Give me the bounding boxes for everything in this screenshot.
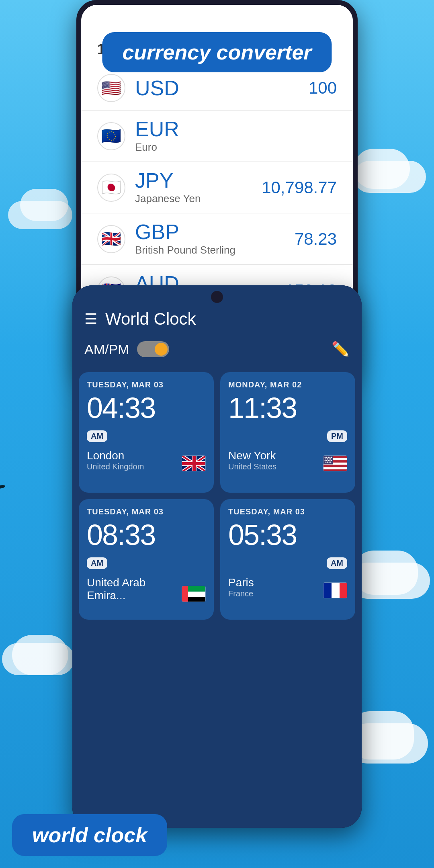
flag-usd: 🇺🇸 <box>97 74 125 102</box>
svg-rect-37 <box>188 592 206 597</box>
paris-city: Paris <box>228 576 254 589</box>
london-country: United Kingdom <box>87 462 144 471</box>
svg-point-28 <box>328 460 329 461</box>
uae-city-row: United Arab Emira... <box>87 576 206 602</box>
svg-rect-36 <box>188 586 206 592</box>
svg-rect-39 <box>323 583 332 598</box>
svg-point-22 <box>326 459 327 460</box>
london-flag <box>182 455 206 471</box>
newyork-country: United States <box>228 462 276 471</box>
uae-city: United Arab Emira... <box>87 576 182 602</box>
flag-gbp: 🇬🇧 <box>97 225 125 253</box>
world-clock-badge: world clock <box>12 814 167 856</box>
svg-point-20 <box>330 457 331 458</box>
uae-location: United Arab Emira... <box>87 576 182 602</box>
currency-value-gbp: 78.23 <box>295 229 337 249</box>
clock-card-paris[interactable]: TUESDAY, MAR 03 05:33 AM Paris France <box>220 499 355 620</box>
svg-point-34 <box>330 462 332 463</box>
london-date: TUESDAY, MAR 03 <box>87 380 206 389</box>
uae-date: TUESDAY, MAR 03 <box>87 507 206 516</box>
hamburger-menu-icon[interactable]: ☰ <box>84 311 97 328</box>
clock-card-london[interactable]: TUESDAY, MAR 03 04:33 AM London United K… <box>79 372 214 493</box>
clock-card-newyork[interactable]: MONDAY, MAR 02 11:33 PM New York United … <box>220 372 355 493</box>
svg-point-17 <box>325 457 326 458</box>
svg-point-26 <box>325 460 326 461</box>
uae-ampm: AM <box>87 557 107 569</box>
newyork-date: MONDAY, MAR 02 <box>228 380 347 389</box>
svg-point-31 <box>326 462 327 463</box>
svg-rect-15 <box>323 469 347 471</box>
currency-name-gbp: British Pound Sterling <box>135 244 295 256</box>
svg-rect-35 <box>182 586 188 602</box>
currency-code-usd: USD <box>135 78 309 98</box>
phone-notch <box>211 291 223 303</box>
london-city-row: London United Kingdom <box>87 449 206 471</box>
ampm-label: AM/PM <box>84 342 129 357</box>
currency-code-eur: EUR <box>135 119 337 139</box>
newyork-time: 11:33 <box>228 393 347 422</box>
svg-point-23 <box>327 459 328 460</box>
uae-flag <box>182 586 206 602</box>
currency-row-gbp[interactable]: 🇬🇧 GBP British Pound Sterling 78.23 <box>81 213 353 265</box>
ampm-toggle-container[interactable] <box>137 341 169 357</box>
svg-point-27 <box>326 460 328 461</box>
currency-code-gbp: GBP <box>135 221 295 242</box>
svg-rect-40 <box>332 583 340 598</box>
currency-info-gbp: GBP British Pound Sterling <box>135 221 295 256</box>
svg-rect-8 <box>192 456 196 471</box>
paris-time: 05:33 <box>228 520 347 549</box>
currency-value-usd: 100 <box>309 78 337 98</box>
svg-point-29 <box>330 460 331 461</box>
london-location: London United Kingdom <box>87 449 144 471</box>
clock-card-uae[interactable]: TUESDAY, MAR 03 08:33 AM United Arab Emi… <box>79 499 214 620</box>
currency-info-usd: USD <box>135 78 309 98</box>
currency-converter-badge: currency converter <box>102 32 332 72</box>
clock-grid: TUESDAY, MAR 03 04:33 AM London United K… <box>72 366 362 626</box>
paris-country: France <box>228 589 254 598</box>
uae-time: 08:33 <box>87 520 206 549</box>
newyork-ampm: PM <box>327 430 347 442</box>
edit-icon[interactable]: ✏️ <box>332 341 350 358</box>
svg-rect-38 <box>188 597 206 602</box>
newyork-city: New York <box>228 449 276 462</box>
svg-point-18 <box>326 457 328 458</box>
svg-point-33 <box>329 462 330 463</box>
currency-name-jpy: Japanese Yen <box>135 192 262 205</box>
paris-city-row: Paris France <box>228 576 347 598</box>
currency-row-eur[interactable]: 🇪🇺 EUR Euro <box>81 111 353 162</box>
paris-flag <box>323 582 347 598</box>
currency-value-jpy: 10,798.77 <box>262 178 337 197</box>
currency-name-eur: Euro <box>135 141 337 154</box>
clock-title: World Clock <box>105 309 350 329</box>
paris-location: Paris France <box>228 576 254 598</box>
london-city: London <box>87 449 144 462</box>
flag-eur: 🇪🇺 <box>97 122 125 150</box>
currency-row-usd[interactable]: 🇺🇸 USD 100 <box>81 66 353 111</box>
world-clock-badge-label: world clock <box>32 823 147 847</box>
svg-point-32 <box>327 462 328 463</box>
svg-rect-41 <box>340 583 347 598</box>
currency-info-eur: EUR Euro <box>135 119 337 154</box>
currency-info-jpy: JPY Japanese Yen <box>135 170 262 205</box>
london-time: 04:33 <box>87 393 206 422</box>
toggle-knob <box>155 343 168 356</box>
clock-toolbar: AM/PM ✏️ <box>72 337 362 366</box>
svg-point-21 <box>331 457 332 458</box>
svg-point-25 <box>330 459 332 460</box>
svg-rect-13 <box>323 465 347 467</box>
svg-point-19 <box>328 457 329 458</box>
svg-rect-14 <box>323 467 347 470</box>
world-clock-phone: ☰ World Clock AM/PM ✏️ TUESDAY, MAR 03 0… <box>72 285 362 828</box>
svg-point-24 <box>329 459 330 460</box>
paris-date: TUESDAY, MAR 03 <box>228 507 347 516</box>
svg-point-30 <box>331 460 332 461</box>
currency-code-jpy: JPY <box>135 170 262 191</box>
currency-row-jpy[interactable]: 🇯🇵 JPY Japanese Yen 10,798.77 <box>81 162 353 213</box>
newyork-flag <box>323 455 347 471</box>
ampm-toggle[interactable] <box>137 341 169 357</box>
world-clock-screen: ☰ World Clock AM/PM ✏️ TUESDAY, MAR 03 0… <box>72 285 362 828</box>
flag-jpy: 🇯🇵 <box>97 174 125 202</box>
currency-badge-label: currency converter <box>122 41 311 64</box>
paris-ampm: AM <box>327 557 347 569</box>
newyork-location: New York United States <box>228 449 276 471</box>
